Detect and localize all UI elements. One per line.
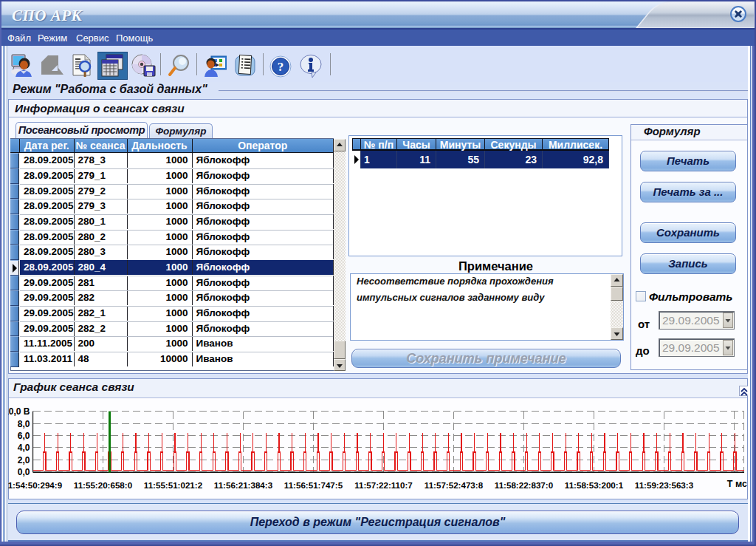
svg-text:0,0: 0,0 <box>18 467 30 477</box>
svg-text:11:54:50:294:9: 11:54:50:294:9 <box>4 480 63 490</box>
svg-text:11:55:20:658:0: 11:55:20:658:0 <box>74 480 132 490</box>
svg-text:11:58:53:200:1: 11:58:53:200:1 <box>565 480 624 490</box>
svg-text:11:59:23:563:3: 11:59:23:563:3 <box>635 480 694 490</box>
svg-text:11:58:22:837:0: 11:58:22:837:0 <box>495 480 553 490</box>
svg-text:11:56:21:384:3: 11:56:21:384:3 <box>214 480 273 490</box>
svg-text:Т мс: Т мс <box>727 479 747 489</box>
svg-text:11:55:51:021:2: 11:55:51:021:2 <box>144 480 202 490</box>
svg-text:?: ? <box>278 60 284 74</box>
svg-text:4,0: 4,0 <box>18 443 30 453</box>
svg-text:6,0: 6,0 <box>18 431 30 441</box>
svg-text:11:56:51:747:5: 11:56:51:747:5 <box>284 480 343 490</box>
svg-text:11:57:22:110:7: 11:57:22:110:7 <box>354 480 413 490</box>
svg-text:8,0: 8,0 <box>18 419 30 429</box>
svg-text:2,0: 2,0 <box>18 455 30 465</box>
svg-text:11:57:52:473:8: 11:57:52:473:8 <box>425 480 484 490</box>
